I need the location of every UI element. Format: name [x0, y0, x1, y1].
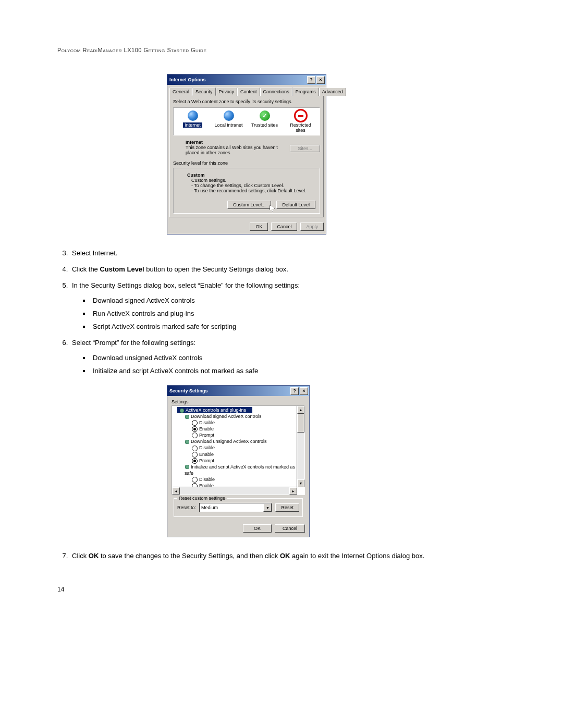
dialog-title: Security Settings [169, 388, 208, 393]
tree-group[interactable]: Download unsigned ActiveX controls [173, 438, 304, 445]
radio-disable[interactable]: Disable [173, 476, 304, 483]
tab-content[interactable]: Content [237, 88, 260, 96]
list-item: Run ActiveX controls and plug-ins [91, 310, 506, 317]
help-icon[interactable]: ? [307, 76, 315, 84]
scroll-right-icon[interactable]: ► [289, 487, 297, 495]
radio-disable[interactable]: Disable [173, 445, 304, 451]
custom-line: - To use the recommended settings, click… [191, 188, 315, 193]
reset-combo-value: Medium [201, 505, 218, 510]
zone-label: Local intranet [214, 122, 242, 128]
tab-advanced[interactable]: Advanced [319, 88, 346, 96]
ok-button[interactable]: OK [243, 524, 272, 533]
security-level-label: Security level for this zone [173, 161, 320, 166]
list-item: Download unsigned ActiveX controls [91, 354, 506, 362]
check-icon: ✓ [260, 110, 270, 121]
list-item: Script ActiveX controls marked safe for … [91, 323, 506, 330]
scroll-up-icon[interactable]: ▲ [297, 406, 304, 414]
cancel-button[interactable]: Cancel [275, 524, 305, 533]
zone-desc-title: Internet [186, 140, 320, 145]
instruction-list-2: Click OK to save the changes to the Secu… [57, 552, 506, 560]
titlebar: Security Settings ? × [167, 386, 309, 396]
page-number: 14 [57, 586, 506, 593]
step-3: Select Internet. [70, 249, 506, 257]
page-header: Polycom ReadiManager LX100 Getting Start… [57, 47, 506, 53]
reset-legend: Reset custom settings [177, 496, 227, 501]
globe-icon [188, 110, 198, 121]
zone-internet[interactable]: Internet [178, 110, 207, 133]
radio-prompt[interactable]: Prompt [173, 432, 304, 438]
default-level-button[interactable]: Default Level [276, 201, 315, 209]
zone-label: Trusted sites [251, 122, 278, 128]
dialog-title: Internet Options [169, 77, 206, 82]
scroll-down-icon[interactable]: ▼ [297, 479, 304, 487]
security-level-box: Custom Custom settings. - To change the … [173, 168, 320, 214]
list-item: Download signed ActiveX controls [91, 297, 506, 304]
tree-group[interactable]: Initialize and script ActiveX controls n… [173, 464, 304, 476]
radio-prompt[interactable]: Prompt [173, 458, 304, 464]
close-icon[interactable]: × [300, 387, 308, 395]
settings-label: Settings: [172, 399, 305, 404]
radio-enable[interactable]: Enable [173, 451, 304, 458]
settings-tree[interactable]: ActiveX controls and plug-ins Download s… [172, 405, 305, 495]
step-6: Select “Prompt” for the following settin… [70, 339, 506, 375]
tree-group[interactable]: Download signed ActiveX controls [173, 413, 304, 419]
custom-line: - To change the settings, click Custom L… [191, 183, 315, 188]
zone-local-intranet[interactable]: Local intranet [214, 110, 243, 133]
scroll-left-icon[interactable]: ◄ [172, 487, 180, 495]
chevron-down-icon[interactable]: ▼ [263, 503, 272, 512]
apply-button: Apply [300, 223, 324, 231]
reset-to-label: Reset to: [177, 505, 196, 510]
globe-icon [224, 110, 234, 121]
help-icon[interactable]: ? [290, 387, 299, 395]
gear-icon [185, 464, 190, 470]
zone-selector[interactable]: Internet Local intranet ✓ Trusted sites … [173, 107, 320, 135]
reset-button[interactable]: Reset [275, 503, 299, 512]
tree-root[interactable]: ActiveX controls and plug-ins [177, 407, 252, 413]
radio-disable[interactable]: Disable [173, 419, 304, 426]
vertical-scrollbar[interactable]: ▲ ▼ [297, 406, 304, 487]
reset-fieldset: Reset custom settings Reset to: Medium ▼… [174, 498, 303, 517]
radio-enable[interactable]: Enable [173, 426, 304, 432]
gear-icon [185, 414, 190, 419]
reset-combo[interactable]: Medium ▼ [199, 503, 272, 512]
step-7: Click OK to save the changes to the Secu… [70, 552, 506, 560]
internet-options-dialog: Internet Options ? × General Security Pr… [167, 74, 326, 235]
list-item: Initialize and script ActiveX controls n… [91, 367, 506, 375]
step-5: In the Security Settings dialog box, sel… [70, 281, 506, 330]
tab-connections[interactable]: Connections [260, 88, 292, 96]
custom-title: Custom [187, 172, 315, 178]
sites-button: Sites... [290, 145, 320, 152]
scroll-thumb[interactable] [297, 414, 304, 433]
zone-desc-text: This zone contains all Web sites you hav… [186, 145, 290, 155]
horizontal-scrollbar[interactable]: ◄ ► [172, 487, 297, 495]
ok-button[interactable]: OK [250, 223, 268, 231]
step-4: Click the Custom Level button to open th… [70, 265, 506, 273]
tab-programs[interactable]: Programs [292, 88, 319, 96]
tab-security[interactable]: Security [192, 88, 216, 96]
zone-restricted-sites[interactable]: Restricted sites [286, 110, 315, 133]
security-settings-dialog: Security Settings ? × Settings: ActiveX … [167, 385, 310, 537]
zone-trusted-sites[interactable]: ✓ Trusted sites [250, 110, 279, 133]
custom-level-button[interactable]: Custom Level... [227, 201, 272, 209]
gear-icon [179, 408, 185, 413]
zone-label: Internet [183, 122, 202, 128]
instruction-list: Select Internet. Click the Custom Level … [57, 249, 506, 375]
zone-label: Restricted sites [290, 122, 311, 133]
tabs: General Security Privacy Content Connect… [167, 85, 326, 95]
tab-general[interactable]: General [169, 88, 192, 96]
restricted-icon [294, 109, 308, 122]
gear-icon [185, 439, 190, 445]
cancel-button[interactable]: Cancel [271, 223, 297, 231]
custom-line: Custom settings. [191, 178, 315, 183]
tab-privacy[interactable]: Privacy [216, 88, 238, 96]
instruction-text: Select a Web content zone to specify its… [173, 99, 320, 104]
titlebar: Internet Options ? × [167, 75, 326, 85]
close-icon[interactable]: × [316, 76, 325, 84]
